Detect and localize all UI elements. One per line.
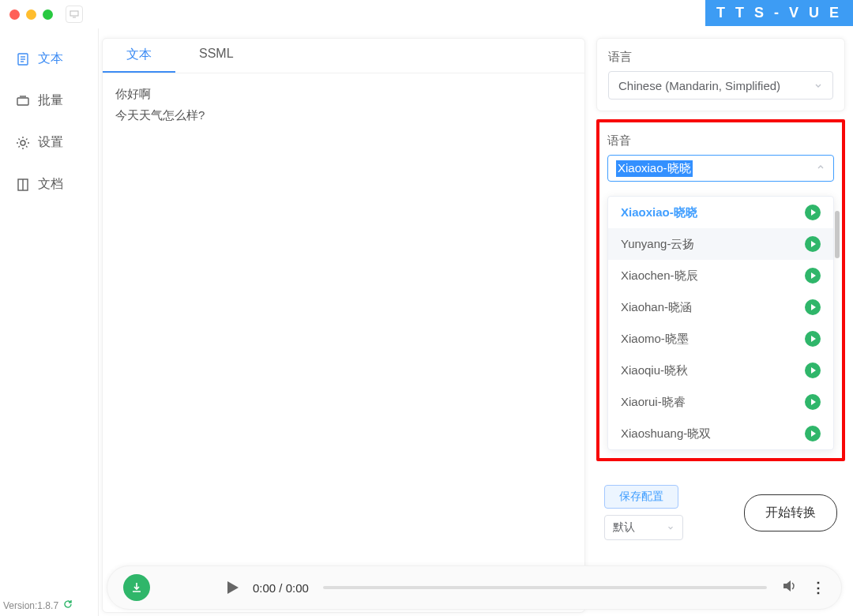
voice-option[interactable]: Xiaohan-晓涵 [608, 291, 833, 323]
volume-icon[interactable] [781, 578, 797, 597]
sidebar-item-batch[interactable]: 批量 [0, 80, 98, 122]
language-value: Chinese (Mandarin, Simplified) [618, 79, 780, 92]
svg-rect-6 [17, 98, 28, 105]
voice-label: 语音 [607, 133, 834, 148]
svg-rect-0 [70, 11, 78, 16]
play-preview-button[interactable] [805, 331, 821, 347]
voice-option-label: Xiaoxiao-晓晓 [621, 205, 697, 220]
voice-option-label: Xiaorui-晓睿 [621, 395, 686, 410]
maximize-window-button[interactable] [43, 9, 53, 20]
language-label: 语言 [608, 50, 833, 65]
voice-selected-value: Xiaoxiao-晓晓 [616, 160, 693, 177]
voice-option-label: Yunyang-云扬 [621, 237, 694, 252]
refresh-icon[interactable] [63, 599, 73, 611]
play-preview-button[interactable] [805, 362, 821, 378]
more-menu-icon[interactable]: ⋮ [811, 579, 825, 596]
sidebar: 文本 批量 设置 文档 Version:1.8.7 [0, 28, 99, 616]
voice-option-label: Xiaochen-晓辰 [621, 269, 698, 284]
play-preview-button[interactable] [805, 236, 821, 252]
voice-option[interactable]: Xiaochen-晓辰 [608, 260, 833, 291]
editor-tabs: 文本 SSML [103, 39, 584, 73]
player-time: 0:00 / 0:00 [253, 581, 309, 595]
preset-select[interactable]: 默认 [604, 515, 683, 540]
sidebar-item-settings[interactable]: 设置 [0, 122, 98, 163]
play-preview-button[interactable] [805, 394, 821, 410]
gear-icon [16, 136, 30, 150]
voice-option[interactable]: Xiaorui-晓睿 [608, 386, 833, 418]
play-button[interactable] [227, 581, 239, 594]
sidebar-item-label: 设置 [38, 134, 63, 151]
sidebar-item-label: 文本 [38, 51, 63, 67]
progress-bar[interactable] [323, 586, 767, 589]
play-icon [811, 367, 816, 374]
window-controls [9, 6, 83, 23]
version-label: Version:1.8.7 [3, 599, 73, 611]
screen-icon[interactable] [66, 6, 83, 23]
chevron-down-icon [667, 521, 675, 534]
editor-card: 文本 SSML 你好啊 今天天气怎么样? [102, 38, 585, 613]
voice-select[interactable]: Xiaoxiao-晓晓 [607, 155, 834, 182]
batch-icon [16, 94, 30, 108]
scrollbar[interactable] [835, 211, 840, 258]
document-icon [16, 52, 30, 66]
play-icon [811, 241, 816, 247]
voice-panel-highlighted: 语音 Xiaoxiao-晓晓 Xiaoxiao-晓晓 Yunyang-云扬 Xi… [596, 119, 845, 461]
tab-text[interactable]: 文本 [103, 39, 175, 73]
play-preview-button[interactable] [805, 205, 821, 220]
play-preview-button[interactable] [805, 299, 821, 315]
play-icon [811, 209, 816, 216]
sidebar-item-docs[interactable]: 文档 [0, 163, 98, 205]
voice-option-label: Xiaoqiu-晓秋 [621, 363, 688, 378]
right-pane: 语言 Chinese (Mandarin, Simplified) 语音 Xia… [588, 28, 853, 616]
play-preview-button[interactable] [805, 426, 821, 441]
play-icon [811, 399, 816, 405]
language-select[interactable]: Chinese (Mandarin, Simplified) [608, 71, 833, 100]
titlebar: T T S - V U E [0, 0, 853, 28]
bottom-controls: 保存配置 默认 开始转换 [596, 469, 845, 548]
book-icon [16, 178, 30, 192]
voice-option[interactable]: Xiaoxiao-晓晓 [608, 197, 833, 228]
chevron-up-icon [816, 161, 825, 175]
voice-option-label: Xiaohan-晓涵 [621, 300, 692, 315]
close-window-button[interactable] [9, 9, 20, 20]
minimize-window-button[interactable] [26, 9, 36, 20]
voice-option-label: Xiaoshuang-晓双 [621, 426, 711, 441]
language-card: 语言 Chinese (Mandarin, Simplified) [596, 38, 845, 111]
preset-value: 默认 [613, 520, 635, 535]
download-button[interactable] [123, 574, 150, 601]
play-icon [811, 272, 816, 279]
voice-option-label: Xiaomo-晓墨 [621, 332, 689, 347]
sidebar-item-label: 批量 [38, 92, 63, 109]
chevron-down-icon [814, 79, 823, 92]
sidebar-item-text[interactable]: 文本 [0, 38, 98, 80]
text-editor[interactable]: 你好啊 今天天气怎么样? [103, 73, 584, 612]
voice-option[interactable]: Xiaoshuang-晓双 [608, 418, 833, 449]
voice-option[interactable]: Xiaomo-晓墨 [608, 323, 833, 355]
play-icon [811, 430, 816, 437]
audio-player: 0:00 / 0:00 ⋮ [107, 565, 842, 610]
brand-badge: T T S - V U E [705, 0, 853, 26]
voice-dropdown: Xiaoxiao-晓晓 Yunyang-云扬 Xiaochen-晓辰 Xiaoh… [607, 196, 834, 450]
center-pane: 文本 SSML 你好啊 今天天气怎么样? [99, 28, 588, 616]
save-config-button[interactable]: 保存配置 [604, 485, 678, 509]
sidebar-item-label: 文档 [38, 176, 63, 193]
voice-option[interactable]: Xiaoqiu-晓秋 [608, 355, 833, 386]
tab-ssml[interactable]: SSML [175, 39, 257, 73]
voice-option[interactable]: Yunyang-云扬 [608, 228, 833, 260]
play-icon [811, 304, 816, 310]
svg-point-8 [21, 141, 25, 145]
play-icon [811, 336, 816, 342]
start-convert-button[interactable]: 开始转换 [744, 494, 837, 531]
play-preview-button[interactable] [805, 268, 821, 284]
